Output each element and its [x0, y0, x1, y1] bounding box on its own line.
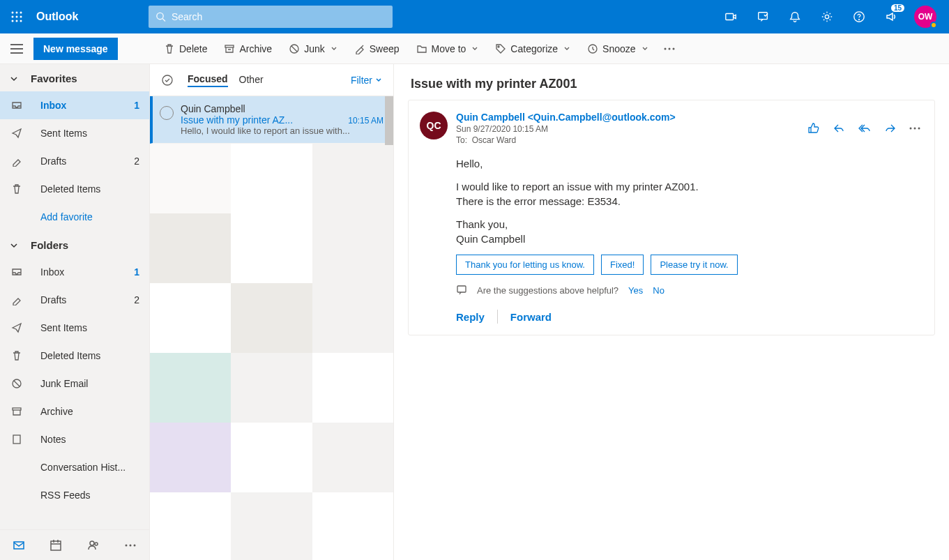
nav-add-favorite[interactable]: Add favorite: [0, 203, 149, 231]
svg-point-44: [918, 128, 920, 130]
scrollbar[interactable]: [385, 96, 393, 145]
like-icon[interactable]: [805, 119, 823, 137]
feedback-icon[interactable]: [747, 0, 779, 33]
reply-icon[interactable]: [830, 119, 848, 137]
folder-sent[interactable]: Sent Items: [0, 314, 149, 342]
svg-point-42: [910, 128, 912, 130]
svg-point-6: [12, 20, 14, 22]
chevron-down-icon: [641, 45, 648, 52]
folder-notes[interactable]: Notes: [0, 425, 149, 453]
people-module-icon[interactable]: [75, 530, 112, 560]
svg-point-5: [20, 16, 22, 18]
junk-button[interactable]: Junk: [282, 40, 344, 57]
svg-point-24: [664, 47, 666, 50]
placeholder-row: [150, 353, 393, 423]
search-box[interactable]: [149, 6, 393, 28]
svg-line-10: [162, 19, 165, 22]
folder-inbox[interactable]: Inbox1: [0, 258, 149, 286]
chevron-down-icon: [471, 45, 478, 52]
reply-link[interactable]: Reply: [456, 311, 485, 323]
svg-point-0: [12, 12, 14, 14]
more-actions-icon[interactable]: [658, 45, 681, 53]
search-input[interactable]: [172, 11, 386, 22]
tab-other[interactable]: Other: [239, 74, 264, 86]
chevron-down-icon: [10, 241, 18, 250]
forward-link[interactable]: Forward: [510, 311, 552, 323]
suggested-reply-2[interactable]: Fixed!: [601, 255, 644, 275]
folder-junk[interactable]: Junk Email: [0, 370, 149, 398]
folder-drafts[interactable]: Drafts2: [0, 286, 149, 314]
svg-point-37: [95, 543, 98, 545]
move-to-button[interactable]: Move to: [409, 40, 486, 57]
folder-conversation-history[interactable]: Conversation Hist...: [0, 453, 149, 481]
hamburger-icon[interactable]: [0, 33, 33, 64]
placeholder-row: [150, 492, 393, 560]
message-list-item[interactable]: Quin Campbell Issue with my printer AZ..…: [150, 96, 393, 144]
whats-new-icon[interactable]: 15: [875, 0, 907, 33]
folder-archive[interactable]: Archive: [0, 398, 149, 425]
mail-module-icon[interactable]: [0, 530, 38, 560]
teams-call-icon[interactable]: [715, 0, 747, 33]
svg-rect-31: [14, 542, 24, 549]
chevron-down-icon: [563, 45, 570, 52]
archive-icon: [10, 406, 24, 417]
delete-button[interactable]: Delete: [157, 40, 214, 57]
svg-rect-30: [13, 435, 20, 444]
folders-section-header[interactable]: Folders: [0, 231, 149, 258]
presence-indicator: [930, 22, 937, 29]
svg-point-9: [157, 13, 163, 19]
nav-drafts[interactable]: Drafts2: [0, 147, 149, 175]
archive-button[interactable]: Archive: [217, 40, 279, 57]
more-modules-icon[interactable]: [112, 530, 150, 560]
placeholder-row: [150, 213, 393, 283]
svg-rect-29: [13, 408, 21, 410]
select-all-icon[interactable]: [161, 74, 174, 86]
svg-rect-45: [457, 286, 466, 292]
svg-line-28: [14, 381, 20, 386]
folder-rss[interactable]: RSS Feeds: [0, 481, 149, 509]
svg-point-7: [16, 20, 18, 22]
placeholder-row: [150, 423, 393, 492]
placeholder-row: [150, 283, 393, 353]
placeholder-row: [150, 144, 393, 213]
send-icon: [10, 322, 24, 333]
suggested-reply-3[interactable]: Please try it now.: [651, 255, 737, 275]
suggested-reply-1[interactable]: Thank you for letting us know.: [456, 255, 594, 275]
nav-deleted-items[interactable]: Deleted Items: [0, 175, 149, 203]
nav-sent-items[interactable]: Sent Items: [0, 119, 149, 147]
message-sender: Quin Campbell: [181, 103, 245, 114]
reply-actions: Reply Forward: [456, 310, 923, 324]
account-avatar[interactable]: OW: [914, 6, 936, 28]
new-message-button[interactable]: New message: [33, 38, 118, 60]
app-name: Outlook: [33, 10, 149, 23]
to-label: To:: [456, 135, 467, 145]
notifications-icon[interactable]: [779, 0, 811, 33]
feedback-yes[interactable]: Yes: [628, 285, 643, 296]
message-card: QC Quin Campbell <Quin.Campbell@outlook.…: [408, 100, 935, 335]
settings-icon[interactable]: [811, 0, 843, 33]
reply-all-icon[interactable]: [855, 119, 874, 137]
calendar-module-icon[interactable]: [38, 530, 75, 560]
nav-inbox[interactable]: Inbox1: [0, 91, 149, 119]
svg-rect-11: [726, 14, 734, 20]
more-icon[interactable]: [906, 124, 923, 133]
app-launcher-icon[interactable]: [0, 0, 33, 33]
help-icon[interactable]: [843, 0, 875, 33]
filter-button[interactable]: Filter: [351, 75, 382, 86]
select-message-icon[interactable]: [160, 106, 174, 120]
snooze-button[interactable]: Snooze: [580, 40, 655, 57]
edit-icon: [10, 156, 24, 167]
feedback-question: Are the suggestions above helpful?: [477, 285, 618, 296]
svg-line-21: [291, 46, 297, 52]
forward-icon[interactable]: [881, 119, 899, 137]
folder-deleted[interactable]: Deleted Items: [0, 342, 149, 370]
folder-pane: Favorites Inbox1 Sent Items Drafts2 Dele…: [0, 64, 150, 560]
sender-avatar: QC: [420, 112, 448, 139]
tab-focused[interactable]: Focused: [188, 73, 228, 87]
feedback-no[interactable]: No: [653, 285, 665, 296]
sweep-button[interactable]: Sweep: [347, 40, 407, 57]
favorites-section-header[interactable]: Favorites: [0, 64, 149, 91]
categorize-button[interactable]: Categorize: [488, 40, 577, 57]
svg-point-1: [16, 12, 18, 14]
divider: [497, 310, 498, 324]
